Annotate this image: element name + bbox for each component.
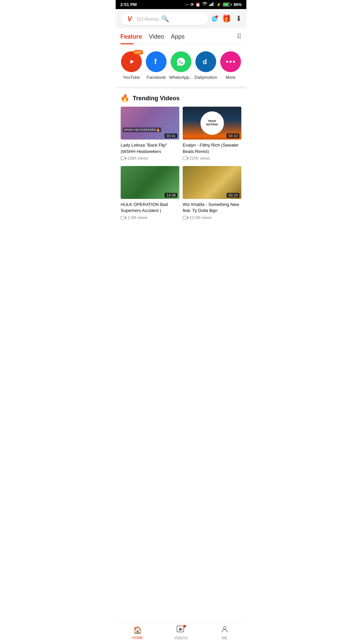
fire-icon: 🔥	[120, 94, 129, 103]
search-container[interactable]: V DJ Remix 🔍	[120, 12, 208, 25]
facebook-label: Facebook	[146, 75, 166, 80]
svg-rect-0	[209, 5, 210, 6]
tab-video[interactable]: Video	[149, 29, 171, 44]
hot-badge: HOT	[133, 50, 143, 55]
wifi-icon	[202, 2, 207, 7]
video-duration-1: 03:41	[165, 133, 177, 138]
signal-dots: ···	[185, 2, 189, 7]
app-dailymotion[interactable]: d Dailymotion	[193, 51, 218, 80]
svg-text:f: f	[154, 57, 157, 66]
video-title-2: Evalyn - Filthy Rich (Sweater Beats Remi…	[183, 142, 241, 154]
search-icon[interactable]: 🔍	[162, 15, 169, 22]
grid-icon[interactable]: ⠿	[237, 33, 242, 41]
alarm-icon: ⏰	[195, 2, 200, 7]
video-views-2: 225K views	[183, 156, 241, 161]
svg-rect-2	[212, 3, 213, 6]
notification-dot	[215, 15, 218, 18]
more-label: More	[226, 75, 236, 80]
video-thumb-2: TRAPNATION 03:10	[183, 107, 241, 140]
video-watermark-1: WSHH HEATSEEKERS🔥	[123, 127, 161, 132]
svg-point-9	[226, 61, 228, 63]
cam-icon-4	[183, 216, 187, 219]
bolt-icon: ⚡	[216, 2, 221, 7]
svg-text:d: d	[203, 58, 207, 65]
app-youtube[interactable]: HOT YouTube	[119, 51, 144, 80]
trending-title: Trending Videos	[133, 95, 180, 102]
video-card-3[interactable]: 14:39 HULK OPERATION Bad Superhero Accid…	[119, 166, 181, 225]
nav-tabs: Feature Video Apps ⠿	[116, 29, 246, 45]
cam-icon-1	[121, 157, 125, 160]
apps-row: HOT YouTube f Facebook WhatsApp...	[116, 45, 246, 89]
video-title-3: HULK OPERATION Bad Superhero Accident |	[121, 202, 179, 214]
cam-icon-3	[121, 216, 125, 219]
svg-rect-1	[210, 4, 212, 6]
video-thumb-1: WSHH HEATSEEKERS🔥 03:41	[121, 107, 179, 140]
facebook-icon-circle: f	[146, 51, 167, 72]
more-icon-circle	[220, 51, 241, 72]
trap-nation-logo: TRAPNATION	[200, 111, 224, 135]
video-views-3: 1.0M views	[121, 215, 179, 220]
video-thumb-4: 03:19	[183, 166, 241, 199]
app-logo: V	[125, 15, 134, 22]
search-bar: V DJ Remix 🔍 🌐 🎁 ⬇	[116, 9, 246, 29]
toolbar-icons: 🌐 🎁 ⬇	[212, 14, 242, 23]
status-time: 2:51 PM	[120, 2, 137, 7]
globe-button[interactable]: 🌐	[212, 16, 217, 21]
sync-icon: ⟳	[190, 2, 194, 7]
search-input[interactable]: DJ Remix	[137, 16, 159, 22]
dailymotion-icon-circle: d	[195, 51, 216, 72]
svg-rect-3	[213, 2, 214, 6]
gift-icon[interactable]: 🎁	[222, 14, 231, 23]
app-more[interactable]: More	[218, 51, 243, 80]
battery-percent: 86%	[234, 2, 242, 7]
trending-header: 🔥 Trending Videos	[116, 89, 246, 107]
battery-icon	[223, 3, 232, 6]
dailymotion-label: Dailymotion	[194, 75, 217, 80]
download-icon[interactable]: ⬇	[236, 14, 242, 23]
video-card-1[interactable]: WSHH HEATSEEKERS🔥 03:41 Lady Lebraa "Bac…	[119, 107, 181, 166]
video-duration-4: 03:19	[227, 193, 239, 198]
whatsapp-icon-circle	[171, 51, 191, 72]
youtube-icon-circle: HOT	[121, 51, 142, 72]
whatsapp-label: WhatsApp...	[169, 75, 193, 80]
video-card-2[interactable]: TRAPNATION 03:10 Evalyn - Filthy Rich (S…	[181, 107, 243, 166]
video-duration-3: 14:39	[165, 193, 177, 198]
status-icons: ··· ⟳ ⏰ ⚡ 86%	[185, 2, 242, 7]
status-bar: 2:51 PM ··· ⟳ ⏰ ⚡ 86%	[116, 0, 246, 9]
svg-point-11	[233, 61, 235, 63]
youtube-label: YouTube	[123, 75, 140, 80]
svg-point-10	[230, 61, 232, 63]
video-views-1: 196K views	[121, 156, 179, 161]
video-card-4[interactable]: 03:19 Wiz Khalifa - Something New feat. …	[181, 166, 243, 225]
app-whatsapp[interactable]: WhatsApp...	[169, 51, 193, 80]
tab-feature[interactable]: Feature	[120, 29, 149, 44]
video-duration-2: 03:10	[227, 133, 239, 138]
video-title-1: Lady Lebraa "Back Flip" (WSHH Heatseeker…	[121, 142, 179, 154]
app-facebook[interactable]: f Facebook	[144, 51, 169, 80]
signal-bars	[209, 2, 215, 7]
video-title-4: Wiz Khalifa - Something New feat. Ty Dol…	[183, 202, 241, 214]
video-thumb-3: 14:39	[121, 166, 179, 199]
video-grid: WSHH HEATSEEKERS🔥 03:41 Lady Lebraa "Bac…	[116, 107, 246, 225]
cam-icon-2	[183, 157, 187, 160]
video-views-4: 10.0M views	[183, 215, 241, 220]
tab-apps[interactable]: Apps	[171, 29, 191, 44]
